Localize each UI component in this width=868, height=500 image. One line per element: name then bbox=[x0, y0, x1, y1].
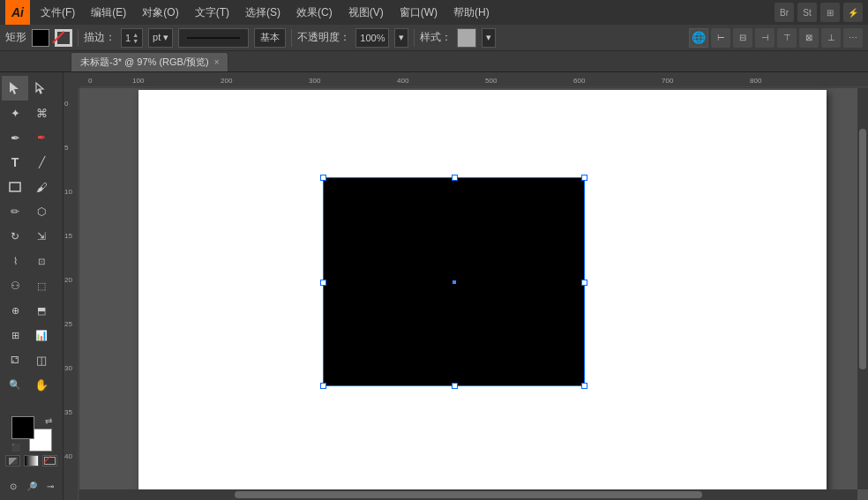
magic-wand-tool[interactable]: ✦ bbox=[2, 101, 28, 125]
none-icon[interactable] bbox=[42, 455, 57, 466]
shape-builder-tool[interactable]: ⊕ bbox=[2, 298, 28, 323]
reset-colors-icon[interactable]: ⬛ bbox=[11, 444, 20, 451]
lasso-tool[interactable]: ⌘ bbox=[28, 101, 55, 125]
vertical-scroll-thumb[interactable] bbox=[859, 129, 866, 369]
curvature-tool[interactable]: ✒ bbox=[28, 125, 55, 150]
fill-swatch[interactable] bbox=[32, 29, 49, 47]
eraser-tool[interactable]: ◫ bbox=[28, 347, 55, 372]
rotate-tool[interactable]: ↻ bbox=[2, 224, 28, 249]
handle-bottom-right[interactable] bbox=[581, 383, 587, 389]
stroke-down-arrow[interactable]: ▼ bbox=[132, 38, 138, 44]
menu-window[interactable]: 窗口(W) bbox=[393, 4, 445, 22]
horizontal-scroll-thumb[interactable] bbox=[235, 491, 701, 498]
live-paint-tool[interactable]: ⬒ bbox=[28, 298, 55, 323]
stroke-type-dropdown[interactable]: 基本 bbox=[254, 28, 286, 48]
zoom-out-tool[interactable]: 🔎 bbox=[24, 474, 39, 498]
stock-button[interactable]: St bbox=[797, 3, 817, 22]
paintbrush-tool[interactable]: 🖌 bbox=[28, 175, 55, 199]
mesh-tool[interactable]: ⊞ bbox=[2, 323, 28, 347]
shaper-tool[interactable]: ⬡ bbox=[28, 199, 55, 224]
warp-tool[interactable]: ⌇ bbox=[2, 249, 28, 273]
style-label: 样式： bbox=[420, 30, 452, 45]
tab-close-button[interactable]: × bbox=[214, 57, 220, 67]
menu-select[interactable]: 选择(S) bbox=[238, 4, 288, 22]
horizontal-scrollbar[interactable] bbox=[79, 489, 857, 500]
handle-middle-left[interactable] bbox=[320, 280, 326, 286]
menu-effect[interactable]: 效果(C) bbox=[289, 4, 340, 22]
handle-bottom-left[interactable] bbox=[320, 383, 326, 389]
vertical-ruler: 0 5 10 15 20 25 30 35 40 bbox=[64, 72, 79, 500]
align-top-icon[interactable]: ⊤ bbox=[777, 28, 797, 48]
canvas-page bbox=[138, 90, 827, 500]
pencil-tool[interactable]: ✏ bbox=[2, 199, 28, 224]
handle-top-middle[interactable] bbox=[452, 175, 458, 181]
type-tool[interactable]: T bbox=[2, 150, 28, 175]
align-center-v-icon[interactable]: ⊠ bbox=[799, 28, 819, 48]
color-mode-row bbox=[5, 455, 57, 466]
align-bottom-icon[interactable]: ⊥ bbox=[821, 28, 841, 48]
document-tab[interactable]: 未标题-3* @ 97% (RGB/预览) × bbox=[71, 52, 228, 71]
foreground-color-swatch[interactable] bbox=[11, 416, 34, 439]
free-transform-tool[interactable]: ⊡ bbox=[28, 249, 55, 273]
rectangle-tool[interactable] bbox=[2, 175, 28, 199]
handle-bottom-middle[interactable] bbox=[452, 383, 458, 389]
menu-help[interactable]: 帮助(H) bbox=[446, 4, 497, 22]
canvas-area[interactable]: 0 100 200 300 400 500 600 700 800 0 5 1 bbox=[64, 72, 868, 500]
puppet-warp-tool[interactable]: ⚇ bbox=[2, 273, 28, 298]
stroke-width-input[interactable]: 1 ▲ ▼ bbox=[121, 28, 143, 48]
svg-marker-0 bbox=[10, 82, 19, 94]
stroke-style-preview[interactable] bbox=[178, 28, 249, 48]
slicer-tool[interactable]: ⚁ bbox=[2, 347, 28, 372]
tool-row-13: 🔍 ✋ bbox=[2, 372, 61, 397]
direct-selection-tool[interactable] bbox=[28, 76, 55, 101]
zoom-tool[interactable]: 🔍 bbox=[2, 372, 28, 397]
svg-text:10: 10 bbox=[64, 188, 72, 196]
scale-tool[interactable]: ⇲ bbox=[28, 224, 55, 249]
stroke-swatch[interactable] bbox=[55, 29, 72, 47]
svg-text:5: 5 bbox=[64, 144, 69, 152]
apps-button[interactable]: ⊞ bbox=[820, 3, 840, 22]
tool-row-6: ✏ ⬡ bbox=[2, 199, 61, 224]
selected-rectangle-container[interactable] bbox=[324, 178, 584, 385]
stroke-unit-dropdown[interactable]: pt ▾ bbox=[148, 28, 173, 48]
artboard-tool[interactable]: ⊙ bbox=[5, 474, 20, 498]
options-bar: 矩形 描边： 1 ▲ ▼ pt ▾ 基本 不透明度： 100% ▾ 样式： ▾ … bbox=[0, 25, 868, 51]
more-options-icon[interactable]: ⋯ bbox=[843, 28, 863, 48]
align-left-icon[interactable]: ⊢ bbox=[711, 28, 730, 48]
menu-file[interactable]: 文件(F) bbox=[34, 4, 82, 22]
hand-tool[interactable]: ✋ bbox=[28, 372, 55, 397]
chart-tool[interactable]: 📊 bbox=[28, 323, 55, 347]
opacity-dropdown[interactable]: ▾ bbox=[394, 28, 408, 48]
globe-button[interactable]: 🌐 bbox=[689, 28, 708, 48]
style-dropdown[interactable]: ▾ bbox=[482, 28, 496, 48]
align-right-icon[interactable]: ⊣ bbox=[755, 28, 774, 48]
opacity-input[interactable]: 100% bbox=[355, 28, 389, 48]
line-tool[interactable]: ╱ bbox=[28, 150, 55, 175]
navigate-tool[interactable]: ⊸ bbox=[42, 474, 57, 498]
color-mode-icon[interactable] bbox=[5, 455, 20, 466]
stroke-up-arrow[interactable]: ▲ bbox=[132, 32, 138, 38]
perspective-tool[interactable]: ⬚ bbox=[28, 273, 55, 298]
handle-middle-right[interactable] bbox=[581, 280, 587, 286]
align-center-h-icon[interactable]: ⊟ bbox=[733, 28, 752, 48]
pen-tool[interactable]: ✒ bbox=[2, 125, 28, 150]
menu-view[interactable]: 视图(V) bbox=[341, 4, 391, 22]
menu-edit[interactable]: 编辑(E) bbox=[84, 4, 133, 22]
gradient-icon[interactable] bbox=[24, 455, 39, 466]
tool-row-3: ✒ ✒ bbox=[2, 125, 61, 150]
horizontal-ruler: 0 100 200 300 400 500 600 700 800 bbox=[64, 72, 868, 88]
swap-colors-icon[interactable]: ⇄ bbox=[45, 416, 52, 426]
selection-tool[interactable] bbox=[2, 76, 28, 101]
tool-row-12: ⚁ ◫ bbox=[2, 347, 61, 372]
sync-button[interactable]: ⚡ bbox=[843, 3, 863, 22]
handle-top-left[interactable] bbox=[320, 175, 326, 181]
svg-text:600: 600 bbox=[573, 77, 586, 85]
main-area: ✦ ⌘ ✒ ✒ T ╱ 🖌 ✏ ⬡ ↻ ⇲ bbox=[0, 72, 868, 500]
menu-type[interactable]: 文字(T) bbox=[188, 4, 236, 22]
menu-object[interactable]: 对象(O) bbox=[135, 4, 185, 22]
vertical-scrollbar[interactable] bbox=[857, 88, 868, 489]
handle-top-right[interactable] bbox=[581, 175, 587, 181]
style-swatch[interactable] bbox=[457, 28, 476, 48]
bridge-button[interactable]: Br bbox=[774, 3, 794, 22]
tool-row-2: ✦ ⌘ bbox=[2, 101, 61, 125]
